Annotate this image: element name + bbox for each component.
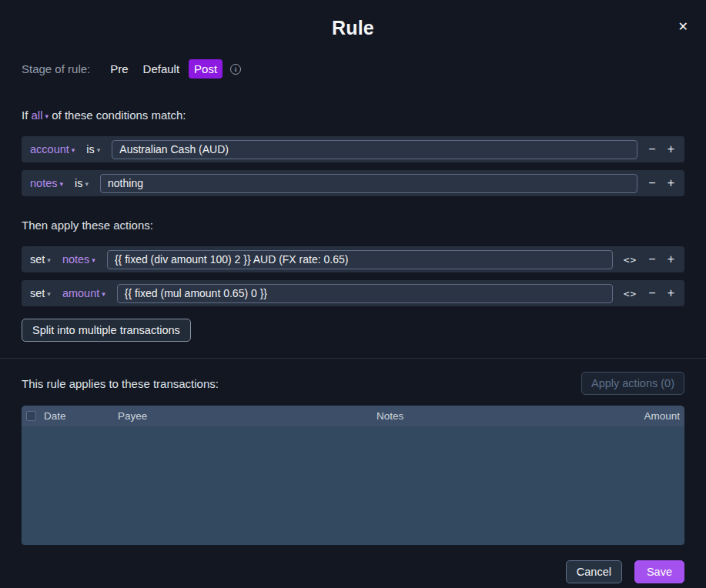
column-header-amount[interactable]: Amount	[618, 410, 680, 422]
code-template-icon[interactable]: <>	[624, 254, 637, 266]
conditions-heading: If all▾ of these conditions match:	[22, 109, 684, 122]
chevron-down-icon: ▾	[92, 256, 95, 264]
condition-field-dropdown[interactable]: account▾	[30, 143, 75, 155]
remove-action-button[interactable]: −	[648, 287, 655, 299]
chevron-down-icon: ▾	[85, 180, 89, 188]
stage-option-post[interactable]: Post	[189, 59, 223, 79]
row-controls: <> − +	[624, 253, 674, 266]
condition-field-dropdown[interactable]: notes▾	[30, 177, 63, 189]
chevron-down-icon: ▾	[102, 290, 105, 298]
table-body-empty	[22, 426, 684, 545]
add-condition-button[interactable]: +	[668, 177, 674, 189]
stage-row: Stage of rule: Pre Default Post i	[22, 59, 684, 79]
condition-op-dropdown[interactable]: is▾	[75, 177, 89, 189]
add-condition-button[interactable]: +	[668, 143, 674, 155]
column-header-payee[interactable]: Payee	[118, 410, 376, 422]
select-all-checkbox[interactable]	[26, 411, 36, 421]
add-action-button[interactable]: +	[668, 253, 674, 266]
chevron-down-icon: ▾	[72, 146, 75, 154]
row-controls: − +	[648, 143, 674, 155]
stage-option-pre[interactable]: Pre	[105, 59, 133, 79]
footer-actions: Cancel Save	[22, 560, 684, 583]
action-verb-dropdown[interactable]: set▾	[30, 253, 51, 266]
action-value-input[interactable]	[117, 284, 613, 303]
transactions-header: This rule applies to these transactions:…	[22, 372, 684, 395]
column-header-date[interactable]: Date	[44, 410, 118, 422]
conditions-suffix: of these conditions match:	[52, 109, 186, 122]
close-icon[interactable]: ✕	[678, 21, 688, 33]
conditions-prefix: If	[22, 109, 28, 122]
stage-label: Stage of rule:	[22, 62, 90, 75]
row-controls: − +	[648, 177, 674, 189]
chevron-down-icon: ▾	[59, 180, 63, 188]
action-value-input[interactable]	[107, 250, 613, 269]
chevron-down-icon: ▾	[47, 256, 51, 264]
action-field-dropdown[interactable]: amount▾	[62, 287, 105, 299]
condition-op-dropdown[interactable]: is▾	[86, 143, 100, 155]
action-row: set▾ notes▾ <> − +	[22, 246, 684, 272]
action-field-dropdown[interactable]: notes▾	[62, 253, 95, 266]
page-title: Rule	[22, 0, 684, 39]
column-header-notes[interactable]: Notes	[376, 410, 618, 422]
chevron-down-icon: ▾	[97, 146, 101, 154]
chevron-down-icon: ▾	[45, 112, 49, 120]
apply-actions-button[interactable]: Apply actions (0)	[581, 372, 684, 395]
conditions-operator-dropdown[interactable]: all▾	[32, 109, 49, 122]
condition-value-input[interactable]	[112, 140, 637, 159]
row-controls: <> − +	[624, 287, 674, 299]
condition-row: notes▾ is▾ − +	[22, 170, 684, 196]
save-button[interactable]: Save	[634, 560, 684, 583]
remove-action-button[interactable]: −	[648, 253, 655, 266]
action-verb-dropdown[interactable]: set▾	[30, 287, 51, 299]
condition-row: account▾ is▾ − +	[22, 136, 684, 162]
action-row: set▾ amount▾ <> − +	[22, 280, 684, 306]
actions-heading: Then apply these actions:	[22, 219, 684, 232]
remove-condition-button[interactable]: −	[648, 143, 655, 155]
rule-modal: Rule ✕ Stage of rule: Pre Default Post i…	[0, 0, 706, 583]
stage-option-default[interactable]: Default	[138, 59, 186, 79]
condition-value-input[interactable]	[100, 174, 637, 193]
table-header-row: Date Payee Notes Amount	[22, 406, 684, 426]
cancel-button[interactable]: Cancel	[566, 560, 622, 583]
code-template-icon[interactable]: <>	[624, 288, 637, 299]
remove-condition-button[interactable]: −	[648, 177, 655, 189]
section-divider	[0, 358, 706, 359]
add-action-button[interactable]: +	[668, 287, 674, 299]
transactions-heading: This rule applies to these transactions:	[22, 377, 219, 390]
chevron-down-icon: ▾	[47, 290, 51, 298]
transactions-table: Date Payee Notes Amount	[22, 406, 684, 545]
split-transactions-button[interactable]: Split into multiple transactions	[22, 319, 191, 342]
info-icon[interactable]: i	[230, 64, 241, 75]
